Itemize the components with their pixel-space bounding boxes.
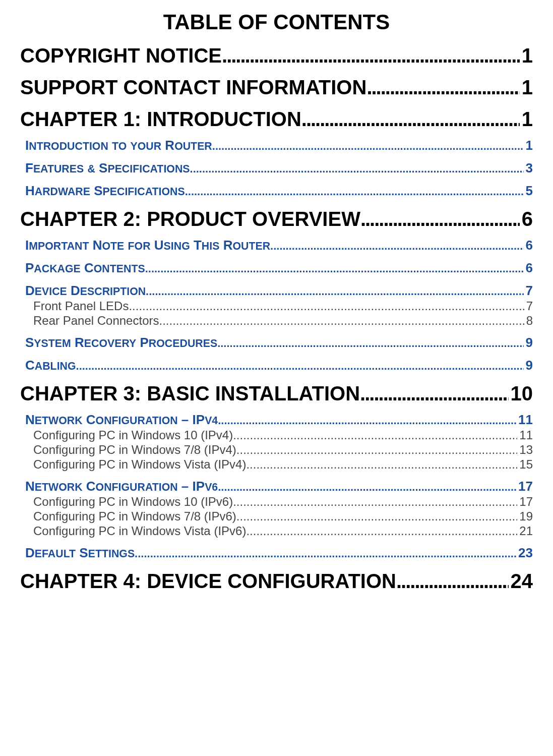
toc-entry-page: 10 [509, 382, 533, 405]
toc-entry[interactable]: NETWORK CONFIGURATION – IPV4 ...........… [20, 412, 533, 428]
toc-entry-page: 21 [517, 524, 533, 538]
toc-entry[interactable]: PACKAGE CONTENTS .......................… [20, 260, 533, 276]
toc-entry-leader: ........................................… [233, 495, 517, 509]
toc-entry-page: 7 [524, 283, 533, 299]
toc-entry[interactable]: SYSTEM RECOVERY PROCEDURES .............… [20, 335, 533, 351]
toc-entry[interactable]: CHAPTER 2: PRODUCT OVERVIEW ............… [20, 208, 533, 230]
toc-entry[interactable]: Rear Panel Connectors ..................… [20, 314, 533, 328]
toc-entry[interactable]: FEATURES & SPECIFICATIONS ..............… [20, 160, 533, 176]
toc-entry[interactable]: Configuring PC in Windows 10 (IPv6) ....… [20, 495, 533, 509]
toc-entry-label: Configuring PC in Windows Vista (IPv6) [33, 524, 246, 538]
toc-entry-page: 1 [520, 76, 533, 99]
toc-entry-label: NETWORK CONFIGURATION – IPV4 [25, 412, 218, 428]
toc-entry-leader: ........................................… [222, 44, 520, 67]
toc-entry-page: 11 [516, 412, 533, 428]
toc-entry[interactable]: Configuring PC in Windows 10 (IPv4) ....… [20, 428, 533, 442]
toc-entry-leader: ........................................… [270, 240, 523, 253]
toc-entry-leader: ........................................… [146, 285, 523, 298]
toc-entry-page: 7 [524, 299, 533, 313]
toc-entry-label: HARDWARE SPECIFICATIONS [25, 183, 185, 199]
toc-entry-leader: ........................................… [145, 262, 524, 275]
toc-entry[interactable]: Configuring PC in Windows 7/8 (IPv6) ...… [20, 509, 533, 524]
toc-entry-page: 8 [524, 314, 533, 328]
toc-entry-page: 15 [517, 457, 533, 472]
toc-entry-leader: ........................................… [246, 457, 517, 472]
toc-entry-leader: ........................................… [217, 337, 523, 350]
toc-entry[interactable]: Front Panel LEDs .......................… [20, 299, 533, 313]
toc-entry-label: NETWORK CONFIGURATION – IPV6 [25, 479, 218, 494]
toc-entry[interactable]: DEVICE DESCRIPTION .....................… [20, 283, 533, 299]
toc-entry-label: CHAPTER 1: INTRODUCTION [20, 108, 301, 131]
toc-entry[interactable]: COPYRIGHT NOTICE .......................… [20, 44, 533, 67]
toc-entry-page: 11 [517, 428, 533, 442]
toc-entry-page: 19 [517, 509, 533, 524]
toc-entry-label: CHAPTER 4: DEVICE CONFIGURATION [20, 570, 396, 593]
toc-entry-label: SUPPORT CONTACT INFORMATION [20, 76, 366, 99]
toc-entry-label: PACKAGE CONTENTS [25, 260, 145, 276]
toc-entry-label: DEVICE DESCRIPTION [25, 283, 146, 299]
toc-entry-leader: ........................................… [185, 185, 524, 198]
toc-entry-label: CHAPTER 3: BASIC INSTALLATION [20, 382, 360, 405]
toc-entry-leader: ........................................… [236, 509, 517, 524]
toc-entry-leader: ........................................… [129, 299, 524, 313]
toc-entry-leader: ........................................… [360, 382, 508, 405]
toc-entry[interactable]: CHAPTER 3: BASIC INSTALLATION ..........… [20, 382, 533, 405]
toc-entry[interactable]: Configuring PC in Windows Vista (IPv4) .… [20, 457, 533, 472]
toc-entry-leader: ........................................… [233, 428, 517, 442]
toc-entry-page: 1 [524, 138, 533, 153]
toc-entry-page: 1 [520, 108, 533, 131]
toc-entry[interactable]: INTRODUCTION TO YOUR ROUTER ............… [20, 138, 533, 153]
toc-entry-leader: ........................................… [366, 76, 519, 99]
toc-entry-page: 17 [516, 479, 533, 494]
toc-entry[interactable]: IMPORTANT NOTE FOR USING THIS ROUTER ...… [20, 238, 533, 253]
toc-entry[interactable]: CABLING ................................… [20, 358, 533, 373]
toc-entry-label: DEFAULT SETTINGS [25, 545, 135, 561]
toc-entry-page: 6 [524, 260, 533, 276]
toc-entry[interactable]: CHAPTER 1: INTRODUCTION ................… [20, 108, 533, 131]
toc-entry-label: FEATURES & SPECIFICATIONS [25, 160, 190, 176]
toc-entry-label: IMPORTANT NOTE FOR USING THIS ROUTER [25, 238, 270, 253]
toc-entry-leader: ........................................… [218, 481, 516, 494]
toc-container: COPYRIGHT NOTICE .......................… [20, 44, 533, 593]
toc-entry-label: INTRODUCTION TO YOUR ROUTER [25, 138, 212, 153]
toc-entry-label: Configuring PC in Windows 7/8 (IPv6) [33, 509, 236, 524]
toc-entry-page: 24 [509, 570, 533, 593]
toc-entry-label: Configuring PC in Windows 10 (IPv4) [33, 428, 233, 442]
toc-entry-page: 13 [517, 443, 533, 457]
toc-entry-page: 23 [516, 545, 533, 561]
toc-entry-leader: ........................................… [159, 314, 524, 328]
toc-entry-leader: ........................................… [212, 140, 524, 153]
toc-entry-leader: ........................................… [218, 414, 516, 427]
doc-title: TABLE OF CONTENTS [20, 10, 533, 34]
toc-entry[interactable]: HARDWARE SPECIFICATIONS ................… [20, 183, 533, 199]
toc-entry-leader: ........................................… [360, 208, 520, 230]
toc-entry[interactable]: Configuring PC in Windows 7/8 (IPv4) ...… [20, 443, 533, 457]
toc-entry-leader: ........................................… [396, 570, 509, 593]
toc-entry-label: Configuring PC in Windows 7/8 (IPv4) [33, 443, 236, 457]
toc-entry-label: Front Panel LEDs [33, 299, 129, 313]
toc-entry-page: 6 [520, 208, 533, 230]
toc-entry[interactable]: DEFAULT SETTINGS .......................… [20, 545, 533, 561]
toc-entry[interactable]: Configuring PC in Windows Vista (IPv6) .… [20, 524, 533, 538]
toc-entry-page: 9 [524, 358, 533, 373]
page: TABLE OF CONTENTS COPYRIGHT NOTICE .....… [0, 0, 553, 756]
toc-entry-page: 9 [524, 335, 533, 351]
toc-entry-page: 3 [524, 160, 533, 176]
toc-entry-leader: ........................................… [190, 162, 524, 176]
toc-entry-page: 17 [517, 495, 533, 509]
toc-entry-leader: ........................................… [246, 524, 517, 538]
toc-entry-leader: ........................................… [76, 360, 524, 373]
toc-entry[interactable]: CHAPTER 4: DEVICE CONFIGURATION ........… [20, 570, 533, 593]
toc-entry-page: 5 [524, 183, 533, 199]
toc-entry-label: Rear Panel Connectors [33, 314, 159, 328]
toc-entry-page: 6 [524, 238, 533, 253]
toc-entry[interactable]: SUPPORT CONTACT INFORMATION ............… [20, 76, 533, 99]
toc-entry-label: Configuring PC in Windows Vista (IPv4) [33, 457, 246, 472]
toc-entry-label: CABLING [25, 358, 76, 373]
toc-entry-leader: ........................................… [301, 108, 520, 131]
toc-entry-label: COPYRIGHT NOTICE [20, 44, 222, 67]
toc-entry-leader: ........................................… [236, 443, 517, 457]
toc-entry-leader: ........................................… [135, 547, 516, 560]
toc-entry-page: 1 [520, 44, 533, 67]
toc-entry[interactable]: NETWORK CONFIGURATION – IPV6 ...........… [20, 479, 533, 494]
